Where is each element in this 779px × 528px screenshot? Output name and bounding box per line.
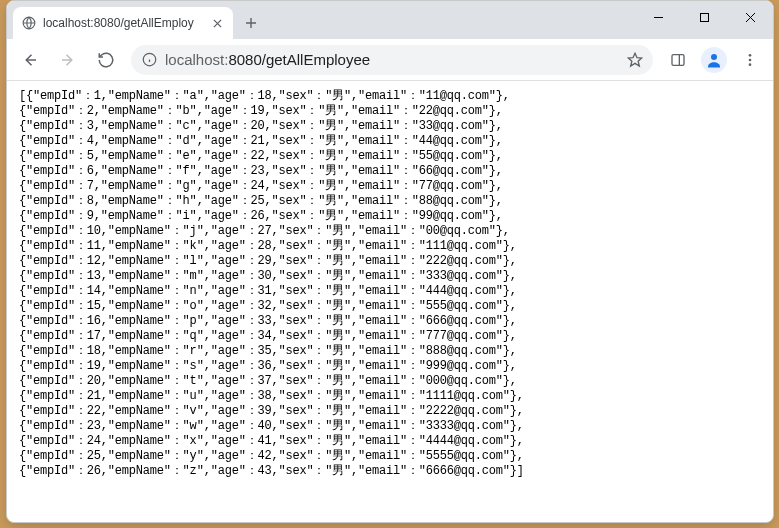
svg-point-4	[711, 54, 717, 60]
svg-point-6	[749, 58, 752, 61]
svg-rect-3	[672, 54, 684, 65]
svg-rect-1	[700, 13, 708, 21]
tab-close-button[interactable]	[209, 15, 225, 31]
svg-point-7	[749, 63, 752, 66]
svg-point-5	[749, 54, 752, 57]
url-host: localhost:	[165, 51, 228, 68]
browser-tab[interactable]: localhost:8080/getAllEmploy	[13, 7, 233, 39]
titlebar: localhost:8080/getAllEmploy	[7, 1, 773, 39]
toolbar-right	[661, 43, 767, 77]
maximize-button[interactable]	[681, 1, 727, 33]
new-tab-button[interactable]	[237, 9, 265, 37]
bookmark-star-icon[interactable]	[627, 52, 643, 68]
back-button[interactable]	[13, 43, 47, 77]
menu-button[interactable]	[733, 43, 767, 77]
minimize-button[interactable]	[635, 1, 681, 33]
close-button[interactable]	[727, 1, 773, 33]
browser-window: localhost:8080/getAllEmploy	[6, 0, 774, 523]
url-text: localhost:8080/getAllEmployee	[165, 51, 619, 68]
globe-icon	[21, 15, 37, 31]
tab-title: localhost:8080/getAllEmploy	[43, 16, 203, 30]
window-controls	[635, 1, 773, 33]
forward-button[interactable]	[51, 43, 85, 77]
side-panel-button[interactable]	[661, 43, 695, 77]
avatar-icon	[701, 47, 727, 73]
toolbar: localhost:8080/getAllEmployee	[7, 39, 773, 81]
response-body[interactable]: [{″empId″：1,″empName″：″a″,″age″：18,″sex″…	[7, 81, 773, 522]
address-bar[interactable]: localhost:8080/getAllEmployee	[131, 45, 653, 75]
site-info-icon[interactable]	[141, 52, 157, 68]
profile-button[interactable]	[697, 43, 731, 77]
reload-button[interactable]	[89, 43, 123, 77]
url-path: 8080/getAllEmployee	[228, 51, 370, 68]
